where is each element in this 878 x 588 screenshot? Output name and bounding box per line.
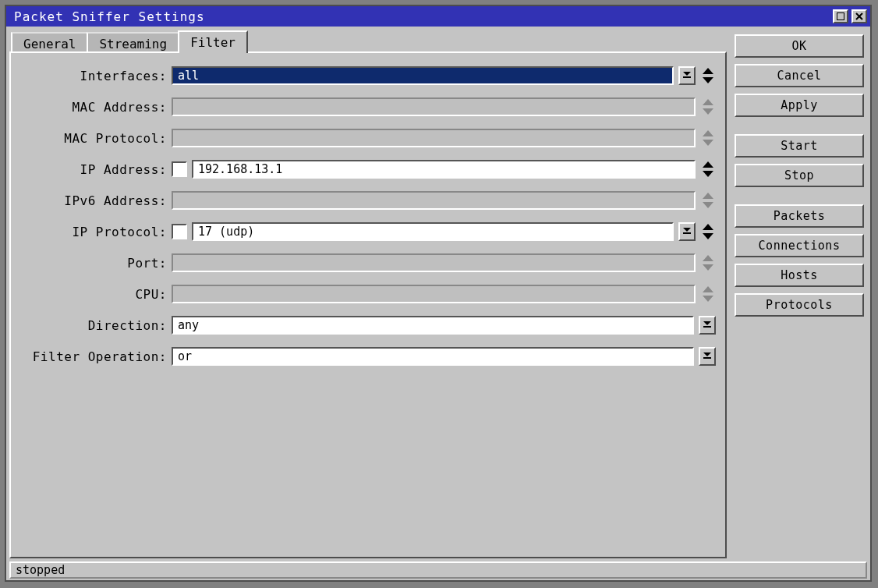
spinner-down-icon xyxy=(703,169,713,177)
ip-address-invert-checkbox[interactable] xyxy=(172,161,187,177)
spinner-down-icon xyxy=(703,138,713,146)
label-filter-operation: Filter Operation: xyxy=(20,349,172,364)
row-ipv6-address: IPv6 Address: xyxy=(20,190,716,211)
direction-dropdown-button[interactable] xyxy=(699,316,716,335)
mac-protocol-spinner[interactable] xyxy=(700,129,716,147)
maximize-button[interactable] xyxy=(833,9,848,23)
ip-protocol-spinner[interactable] xyxy=(700,222,716,241)
label-port: Port: xyxy=(20,256,172,271)
dropdown-icon xyxy=(703,321,711,329)
port-spinner[interactable] xyxy=(700,253,716,272)
cancel-button[interactable]: Cancel xyxy=(735,64,864,87)
spinner-down-icon xyxy=(703,232,713,239)
filter-operation-dropdown-button[interactable] xyxy=(699,347,716,366)
titlebar: Packet Sniffer Settings xyxy=(6,6,870,27)
spinner-up-icon xyxy=(703,161,713,169)
row-port: Port: xyxy=(20,253,716,273)
start-button[interactable]: Start xyxy=(735,134,864,158)
spinner-up-icon xyxy=(703,193,713,200)
dropdown-icon xyxy=(703,352,711,360)
spinner-up-icon xyxy=(703,224,713,232)
ip-address-spinner[interactable] xyxy=(700,160,716,179)
dropdown-icon xyxy=(683,228,691,236)
label-mac-protocol: MAC Protocol: xyxy=(20,131,172,146)
packets-button[interactable]: Packets xyxy=(735,204,864,228)
tab-body: Interfaces: all xyxy=(9,51,727,558)
row-mac-protocol: MAC Protocol: xyxy=(20,128,716,148)
label-ip-address: IP Address: xyxy=(20,162,172,177)
ip-address-input[interactable]: 192.168.13.1 xyxy=(192,160,696,179)
settings-window: Packet Sniffer Settings General Streamin… xyxy=(5,5,872,582)
spinner-down-icon xyxy=(703,107,713,115)
ip-protocol-input[interactable]: 17 (udp) xyxy=(192,222,674,241)
spinner-up-icon xyxy=(703,68,713,76)
ip-protocol-invert-checkbox[interactable] xyxy=(172,224,187,239)
spinner-down-icon xyxy=(703,263,713,271)
close-icon xyxy=(855,12,863,20)
spinner-down-icon xyxy=(703,76,713,83)
filter-operation-input[interactable]: or xyxy=(172,347,694,366)
content-area: General Streaming Filter Interfaces: all xyxy=(9,30,867,558)
maximize-icon xyxy=(837,12,844,20)
client-area: General Streaming Filter Interfaces: all xyxy=(6,27,870,580)
label-interfaces: Interfaces: xyxy=(20,69,172,83)
window-title: Packet Sniffer Settings xyxy=(9,9,833,24)
row-interfaces: Interfaces: all xyxy=(20,66,716,86)
spinner-up-icon xyxy=(703,255,713,263)
close-button[interactable] xyxy=(851,9,867,23)
spinner-up-icon xyxy=(703,286,713,294)
ipv6-address-spinner[interactable] xyxy=(700,191,716,210)
row-cpu: CPU: xyxy=(20,284,716,304)
filter-form: Interfaces: all xyxy=(20,66,716,367)
status-text: stopped xyxy=(16,563,65,577)
stop-button[interactable]: Stop xyxy=(735,164,864,187)
ipv6-address-input[interactable] xyxy=(172,191,696,210)
tab-filter[interactable]: Filter xyxy=(178,30,248,53)
mac-address-spinner[interactable] xyxy=(700,97,716,116)
status-bar: stopped xyxy=(9,561,867,579)
tab-pane: General Streaming Filter Interfaces: all xyxy=(9,30,727,558)
label-ipv6-address: IPv6 Address: xyxy=(20,193,172,208)
ok-button[interactable]: OK xyxy=(735,34,864,58)
apply-button[interactable]: Apply xyxy=(735,94,864,117)
label-ip-protocol: IP Protocol: xyxy=(20,225,172,239)
svg-rect-1 xyxy=(683,232,691,234)
spinner-up-icon xyxy=(703,99,713,107)
direction-input[interactable]: any xyxy=(172,316,694,335)
svg-rect-3 xyxy=(703,357,711,359)
row-filter-operation: Filter Operation: or xyxy=(20,346,716,367)
connections-button[interactable]: Connections xyxy=(735,234,864,257)
tab-bar: General Streaming Filter xyxy=(11,30,727,51)
row-ip-protocol: IP Protocol: 17 (udp) xyxy=(20,221,716,242)
interfaces-spinner[interactable] xyxy=(700,66,716,85)
hosts-button[interactable]: Hosts xyxy=(735,264,864,287)
mac-protocol-input[interactable] xyxy=(172,129,696,147)
port-input[interactable] xyxy=(172,253,696,272)
protocols-button[interactable]: Protocols xyxy=(735,293,864,317)
row-mac-address: MAC Address: xyxy=(20,97,716,117)
label-direction: Direction: xyxy=(20,318,172,333)
cpu-spinner[interactable] xyxy=(700,285,716,303)
mac-address-input[interactable] xyxy=(172,97,696,116)
label-cpu: CPU: xyxy=(20,287,172,302)
spinner-down-icon xyxy=(703,294,713,302)
ip-protocol-dropdown-button[interactable] xyxy=(678,222,696,241)
titlebar-buttons xyxy=(833,9,867,23)
dropdown-icon xyxy=(683,72,691,80)
cpu-input[interactable] xyxy=(172,285,696,303)
svg-rect-0 xyxy=(683,76,691,78)
action-button-column: OK Cancel Apply Start Stop Packets Conne… xyxy=(735,34,864,317)
svg-rect-2 xyxy=(703,326,711,328)
interfaces-input[interactable]: all xyxy=(172,66,674,85)
label-mac-address: MAC Address: xyxy=(20,100,172,115)
interfaces-dropdown-button[interactable] xyxy=(678,66,696,85)
spinner-up-icon xyxy=(703,130,713,138)
spinner-down-icon xyxy=(703,200,713,208)
row-direction: Direction: any xyxy=(20,315,716,335)
row-ip-address: IP Address: 192.168.13.1 xyxy=(20,159,716,179)
